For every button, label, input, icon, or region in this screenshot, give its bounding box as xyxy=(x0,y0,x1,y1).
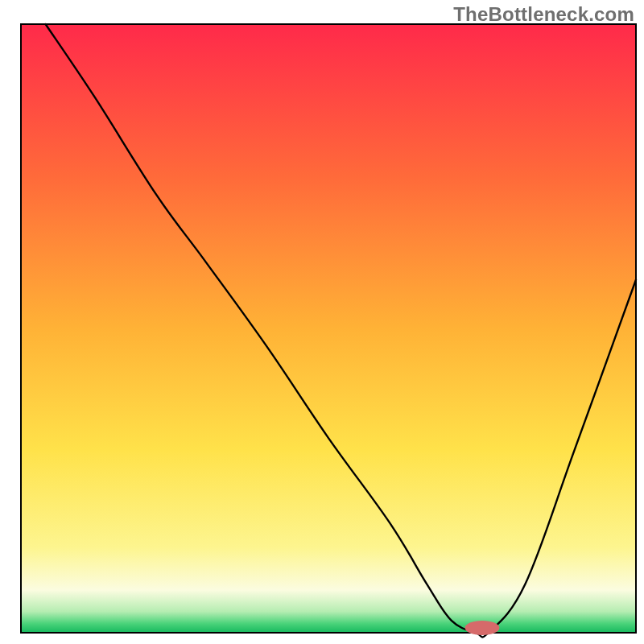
plot-background xyxy=(21,24,636,633)
bottleneck-chart xyxy=(0,0,644,644)
watermark-text: TheBottleneck.com xyxy=(453,3,634,26)
optimal-range-marker xyxy=(465,621,500,635)
chart-container: TheBottleneck.com xyxy=(0,0,644,644)
